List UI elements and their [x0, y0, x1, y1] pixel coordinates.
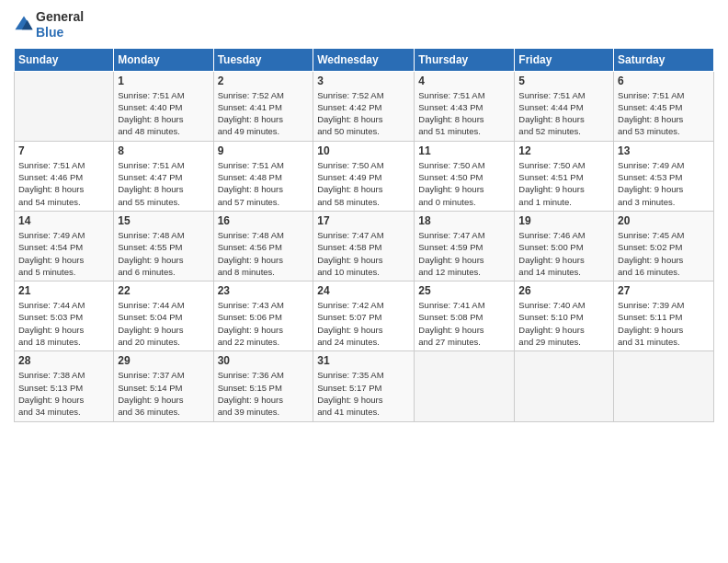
day-number: 8 [118, 144, 209, 157]
day-info: Sunrise: 7:43 AMSunset: 5:06 PMDaylight:… [218, 299, 310, 348]
day-info: Sunrise: 7:37 AMSunset: 5:14 PMDaylight:… [118, 369, 209, 418]
calendar-table: Sunday Monday Tuesday Wednesday Thursday… [14, 48, 714, 422]
day-info: Sunrise: 7:52 AMSunset: 4:42 PMDaylight:… [317, 89, 410, 138]
day-number: 16 [218, 214, 310, 227]
day-number: 11 [418, 144, 510, 157]
calendar-cell [15, 71, 114, 141]
day-info: Sunrise: 7:51 AMSunset: 4:47 PMDaylight:… [118, 159, 209, 208]
day-info: Sunrise: 7:47 AMSunset: 4:59 PMDaylight:… [418, 229, 510, 278]
week-row: 1Sunrise: 7:51 AMSunset: 4:40 PMDaylight… [15, 71, 714, 141]
day-number: 4 [418, 75, 510, 87]
calendar-cell: 22Sunrise: 7:44 AMSunset: 5:04 PMDayligh… [114, 282, 213, 351]
day-number: 20 [618, 214, 710, 227]
calendar-cell [515, 351, 614, 421]
day-number: 19 [518, 214, 609, 227]
calendar-cell: 16Sunrise: 7:48 AMSunset: 4:56 PMDayligh… [213, 211, 313, 281]
day-number: 5 [518, 75, 609, 87]
day-number: 2 [218, 75, 310, 87]
day-info: Sunrise: 7:48 AMSunset: 4:56 PMDaylight:… [218, 229, 310, 278]
calendar-cell: 28Sunrise: 7:38 AMSunset: 5:13 PMDayligh… [15, 351, 114, 421]
col-tuesday: Tuesday [213, 48, 313, 71]
day-number: 24 [317, 284, 410, 297]
col-sunday: Sunday [15, 48, 114, 71]
day-number: 13 [618, 144, 710, 157]
calendar-cell: 24Sunrise: 7:42 AMSunset: 5:07 PMDayligh… [313, 282, 415, 351]
col-wednesday: Wednesday [313, 48, 415, 71]
day-info: Sunrise: 7:48 AMSunset: 4:55 PMDaylight:… [118, 229, 209, 278]
col-monday: Monday [114, 48, 213, 71]
calendar-cell: 17Sunrise: 7:47 AMSunset: 4:58 PMDayligh… [313, 211, 415, 281]
calendar-cell [614, 351, 714, 421]
col-friday: Friday [515, 48, 614, 71]
calendar-cell: 4Sunrise: 7:51 AMSunset: 4:43 PMDaylight… [415, 71, 515, 141]
day-info: Sunrise: 7:51 AMSunset: 4:40 PMDaylight:… [118, 89, 209, 138]
calendar-cell: 12Sunrise: 7:50 AMSunset: 4:51 PMDayligh… [515, 141, 614, 211]
day-number: 25 [418, 284, 510, 297]
day-info: Sunrise: 7:51 AMSunset: 4:45 PMDaylight:… [618, 89, 710, 138]
day-info: Sunrise: 7:52 AMSunset: 4:41 PMDaylight:… [218, 89, 310, 138]
day-number: 22 [118, 284, 209, 297]
logo: General Blue [14, 9, 84, 40]
calendar-cell: 8Sunrise: 7:51 AMSunset: 4:47 PMDaylight… [114, 141, 213, 211]
day-info: Sunrise: 7:47 AMSunset: 4:58 PMDaylight:… [317, 229, 410, 278]
calendar-cell: 26Sunrise: 7:40 AMSunset: 5:10 PMDayligh… [515, 282, 614, 351]
day-number: 6 [618, 75, 710, 87]
day-info: Sunrise: 7:35 AMSunset: 5:17 PMDaylight:… [317, 369, 410, 418]
day-number: 9 [218, 144, 310, 157]
day-number: 14 [18, 214, 109, 227]
day-info: Sunrise: 7:49 AMSunset: 4:53 PMDaylight:… [618, 159, 710, 208]
week-row: 21Sunrise: 7:44 AMSunset: 5:03 PMDayligh… [15, 282, 714, 351]
calendar-cell: 14Sunrise: 7:49 AMSunset: 4:54 PMDayligh… [15, 211, 114, 281]
calendar-cell: 31Sunrise: 7:35 AMSunset: 5:17 PMDayligh… [313, 351, 415, 421]
day-info: Sunrise: 7:40 AMSunset: 5:10 PMDaylight:… [518, 299, 609, 348]
calendar-cell: 29Sunrise: 7:37 AMSunset: 5:14 PMDayligh… [114, 351, 213, 421]
day-number: 29 [118, 354, 209, 367]
calendar-cell: 25Sunrise: 7:41 AMSunset: 5:08 PMDayligh… [415, 282, 515, 351]
calendar-cell: 27Sunrise: 7:39 AMSunset: 5:11 PMDayligh… [614, 282, 714, 351]
day-number: 12 [518, 144, 609, 157]
logo-text: General Blue [36, 9, 84, 40]
calendar-cell [415, 351, 515, 421]
day-number: 31 [317, 354, 410, 367]
day-info: Sunrise: 7:36 AMSunset: 5:15 PMDaylight:… [218, 369, 310, 418]
day-number: 7 [18, 144, 109, 157]
logo-icon [14, 15, 34, 35]
day-number: 28 [18, 354, 109, 367]
day-number: 18 [418, 214, 510, 227]
page-container: General Blue Sunday Monday Tuesday Wedne… [0, 0, 728, 431]
day-number: 27 [618, 284, 710, 297]
day-number: 3 [317, 75, 410, 87]
calendar-cell: 3Sunrise: 7:52 AMSunset: 4:42 PMDaylight… [313, 71, 415, 141]
calendar-cell: 19Sunrise: 7:46 AMSunset: 5:00 PMDayligh… [515, 211, 614, 281]
day-info: Sunrise: 7:50 AMSunset: 4:51 PMDaylight:… [518, 159, 609, 208]
calendar-cell: 13Sunrise: 7:49 AMSunset: 4:53 PMDayligh… [614, 141, 714, 211]
day-info: Sunrise: 7:51 AMSunset: 4:44 PMDaylight:… [518, 89, 609, 138]
day-info: Sunrise: 7:50 AMSunset: 4:50 PMDaylight:… [418, 159, 510, 208]
day-info: Sunrise: 7:51 AMSunset: 4:43 PMDaylight:… [418, 89, 510, 138]
day-info: Sunrise: 7:45 AMSunset: 5:02 PMDaylight:… [618, 229, 710, 278]
header: General Blue [14, 9, 714, 40]
day-info: Sunrise: 7:38 AMSunset: 5:13 PMDaylight:… [18, 369, 109, 418]
calendar-cell: 20Sunrise: 7:45 AMSunset: 5:02 PMDayligh… [614, 211, 714, 281]
calendar-cell: 7Sunrise: 7:51 AMSunset: 4:46 PMDaylight… [15, 141, 114, 211]
col-thursday: Thursday [415, 48, 515, 71]
calendar-cell: 6Sunrise: 7:51 AMSunset: 4:45 PMDaylight… [614, 71, 714, 141]
week-row: 28Sunrise: 7:38 AMSunset: 5:13 PMDayligh… [15, 351, 714, 421]
day-number: 1 [118, 75, 209, 87]
day-info: Sunrise: 7:42 AMSunset: 5:07 PMDaylight:… [317, 299, 410, 348]
calendar-cell: 9Sunrise: 7:51 AMSunset: 4:48 PMDaylight… [213, 141, 313, 211]
day-number: 17 [317, 214, 410, 227]
week-row: 7Sunrise: 7:51 AMSunset: 4:46 PMDaylight… [15, 141, 714, 211]
calendar-body: 1Sunrise: 7:51 AMSunset: 4:40 PMDaylight… [15, 71, 714, 421]
day-info: Sunrise: 7:46 AMSunset: 5:00 PMDaylight:… [518, 229, 609, 278]
calendar-cell: 18Sunrise: 7:47 AMSunset: 4:59 PMDayligh… [415, 211, 515, 281]
day-info: Sunrise: 7:50 AMSunset: 4:49 PMDaylight:… [317, 159, 410, 208]
calendar-cell: 23Sunrise: 7:43 AMSunset: 5:06 PMDayligh… [213, 282, 313, 351]
calendar-cell: 30Sunrise: 7:36 AMSunset: 5:15 PMDayligh… [213, 351, 313, 421]
day-info: Sunrise: 7:41 AMSunset: 5:08 PMDaylight:… [418, 299, 510, 348]
day-number: 15 [118, 214, 209, 227]
calendar-cell: 11Sunrise: 7:50 AMSunset: 4:50 PMDayligh… [415, 141, 515, 211]
day-info: Sunrise: 7:49 AMSunset: 4:54 PMDaylight:… [18, 229, 109, 278]
day-info: Sunrise: 7:44 AMSunset: 5:03 PMDaylight:… [18, 299, 109, 348]
calendar-cell: 10Sunrise: 7:50 AMSunset: 4:49 PMDayligh… [313, 141, 415, 211]
